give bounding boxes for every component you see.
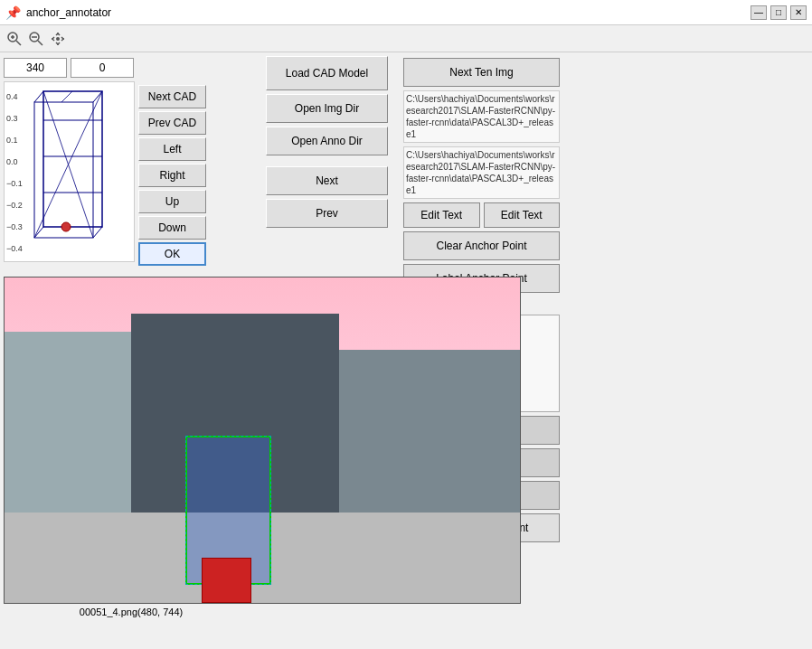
red-sign xyxy=(202,558,251,603)
y-label: −0.3 xyxy=(6,216,23,238)
image-caption: 00051_4.png(480, 744) xyxy=(4,607,259,617)
path1-text: C:\Users\hachiya\Documents\works\researc… xyxy=(403,90,560,143)
edit-text-row: Edit Text Edit Text xyxy=(403,202,560,228)
cad-wireframe xyxy=(30,84,120,260)
main-content: 0.4 0.3 0.1 0.0 −0.1 −0.2 −0.3 −0.4 xyxy=(0,52,812,649)
left-button[interactable]: Left xyxy=(138,137,206,161)
next-button[interactable]: Next xyxy=(266,166,388,195)
y-label: 0.0 xyxy=(6,151,23,173)
open-img-dir-button[interactable]: Open Img Dir xyxy=(266,94,388,123)
down-button[interactable]: Down xyxy=(138,216,206,240)
y-label: −0.2 xyxy=(6,194,23,216)
up-button[interactable]: Up xyxy=(138,190,206,213)
next-ten-img-button[interactable]: Next Ten Img xyxy=(403,58,560,87)
app-icon: 📌 xyxy=(5,5,21,20)
nav-buttons: Next CAD Prev CAD Left Right Up Down OK xyxy=(138,81,206,269)
svg-line-17 xyxy=(61,91,72,102)
coord-row xyxy=(4,58,259,78)
clear-anchor-point-button[interactable]: Clear Anchor Point xyxy=(403,231,560,260)
magnify-icon[interactable] xyxy=(5,30,24,48)
cad-canvas: 0.4 0.3 0.1 0.0 −0.1 −0.2 −0.3 −0.4 xyxy=(4,81,135,262)
toolbar xyxy=(0,25,812,52)
y-label: −0.1 xyxy=(6,173,23,194)
edit-text-button-2[interactable]: Edit Text xyxy=(484,202,561,228)
svg-point-7 xyxy=(56,37,60,41)
minimize-button[interactable]: — xyxy=(751,5,767,20)
svg-point-20 xyxy=(61,222,71,231)
maximize-button[interactable]: □ xyxy=(770,5,787,20)
load-cad-model-button[interactable]: Load CAD Model xyxy=(266,56,388,90)
svg-line-1 xyxy=(16,41,21,45)
y-label: 0.1 xyxy=(6,129,23,151)
y-label: 0.3 xyxy=(6,108,23,129)
y-label: −0.4 xyxy=(6,238,23,259)
open-anno-dir-button[interactable]: Open Anno Dir xyxy=(266,127,388,155)
svg-line-9 xyxy=(34,91,43,102)
app-title: anchor_annotator xyxy=(26,6,111,19)
window-controls: — □ ✕ xyxy=(751,5,807,20)
path2-text: C:\Users\hachiya\Documents\works\researc… xyxy=(403,146,560,199)
zoom-out-icon[interactable] xyxy=(27,30,45,48)
y-label: 0.4 xyxy=(6,86,23,108)
prev-cad-button[interactable]: Prev CAD xyxy=(138,111,206,135)
right-button[interactable]: Right xyxy=(138,164,206,187)
x-input[interactable] xyxy=(4,58,67,78)
scene-image xyxy=(4,277,521,604)
prev-button[interactable]: Prev xyxy=(266,199,388,228)
y-input[interactable] xyxy=(71,58,134,78)
svg-line-5 xyxy=(38,41,42,45)
title-bar: 📌 anchor_annotator — □ ✕ xyxy=(0,0,812,25)
svg-line-19 xyxy=(34,91,102,238)
svg-line-11 xyxy=(93,227,102,238)
edit-text-button-1[interactable]: Edit Text xyxy=(403,202,480,228)
pan-icon[interactable] xyxy=(49,30,67,48)
close-button[interactable]: ✕ xyxy=(790,5,807,20)
next-cad-button[interactable]: Next CAD xyxy=(138,85,206,108)
ok-button[interactable]: OK xyxy=(138,242,206,266)
